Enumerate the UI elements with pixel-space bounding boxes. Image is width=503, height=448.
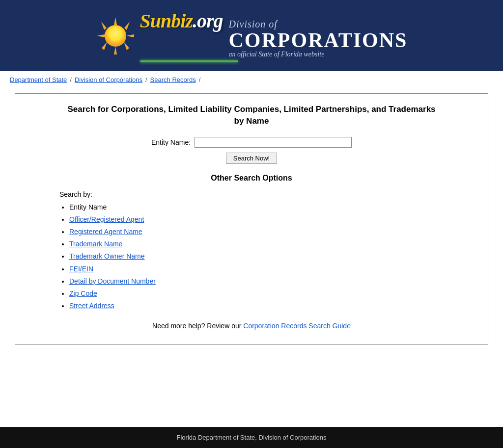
svg-marker-5 [124,42,129,50]
search-option-link[interactable]: Street Address [69,302,114,310]
search-list-item[interactable]: Detail by Document Number [69,275,473,288]
search-title-line2: by Name [234,116,269,126]
breadcrumb-dept-link[interactable]: Department of State [10,76,67,83]
breadcrumb-sep-3: / [199,76,201,83]
search-option-link[interactable]: Registered Agent Name [69,228,142,236]
site-header: Sunbiz.org Division of CORPORATIONS an o… [0,0,503,71]
official-label: an official State of Florida website [229,51,408,58]
help-static-text: Need more help? Review our [152,322,241,330]
corporations-label: CORPORATIONS [229,30,408,51]
breadcrumb-div-link[interactable]: Division of Corporations [75,76,142,83]
svg-marker-0 [114,17,117,25]
main-content: Search for Corporations, Limited Liabili… [0,88,503,427]
svg-marker-6 [124,22,130,30]
search-list-item[interactable]: Street Address [69,300,473,312]
logo-area: Sunbiz.org Division of CORPORATIONS an o… [96,9,408,62]
search-option-link[interactable]: Officer/Registered Agent [69,215,144,223]
page-wrapper: Sunbiz.org Division of CORPORATIONS an o… [0,0,503,448]
search-by-label: Search by: [59,190,473,198]
help-text: Need more help? Review our Corporation R… [30,322,473,330]
other-search-title: Other Search Options [30,174,473,183]
svg-marker-4 [101,22,107,30]
breadcrumb-sep-1: / [70,76,72,83]
svg-marker-7 [102,42,107,50]
svg-marker-1 [114,47,117,54]
search-option-link[interactable]: FEI/EIN [69,265,93,273]
decorative-line [140,60,238,62]
search-option-link[interactable]: Trademark Name [69,240,122,248]
search-option-link[interactable]: Trademark Owner Name [69,252,145,260]
search-list-item[interactable]: FEI/EIN [69,263,473,275]
breadcrumb-search-link[interactable]: Search Records [150,76,196,83]
breadcrumb-sep-2: / [145,76,147,83]
svg-point-8 [105,25,126,47]
search-list-item[interactable]: Officer/Registered Agent [69,213,473,226]
site-footer: Florida Department of State, Division of… [0,427,503,448]
division-of-label: Division of [229,19,408,30]
corp-search-guide-link[interactable]: Corporation Records Search Guide [243,322,351,330]
search-title: Search for Corporations, Limited Liabili… [30,104,473,127]
search-list-item[interactable]: Zip Code [69,288,473,300]
svg-marker-3 [126,34,134,37]
search-options-list: Entity NameOfficer/Registered AgentRegis… [59,201,473,313]
search-option-link[interactable]: Zip Code [69,290,97,297]
svg-marker-2 [97,34,105,37]
search-list-item[interactable]: Trademark Owner Name [69,250,473,263]
search-now-button[interactable]: Search Now! [226,153,277,164]
search-now-row: Search Now! [30,153,473,164]
entity-name-label: Entity Name: [151,138,191,146]
search-by-section: Search by: Entity NameOfficer/Registered… [30,190,473,313]
sunbiz-logo-text: Sunbiz.org [140,9,223,32]
search-list-item: Entity Name [69,201,473,213]
search-list-item[interactable]: Registered Agent Name [69,226,473,238]
search-title-line1: Search for Corporations, Limited Liabili… [67,105,435,114]
search-option-link[interactable]: Detail by Document Number [69,277,156,285]
entity-name-input[interactable] [195,137,352,148]
entity-name-row: Entity Name: [30,137,473,148]
search-list-item[interactable]: Trademark Name [69,238,473,250]
footer-text: Florida Department of State, Division of… [177,434,327,441]
search-box: Search for Corporations, Limited Liabili… [15,93,488,345]
breadcrumb: Department of State / Division of Corpor… [0,71,503,88]
sun-logo-icon [96,16,135,55]
